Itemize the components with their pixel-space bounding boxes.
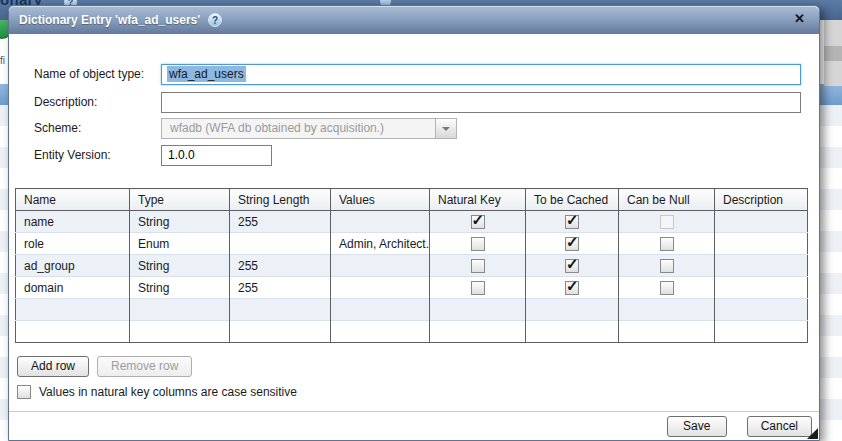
- remove-row-button: Remove row: [97, 356, 192, 377]
- column-header-type: Type: [130, 189, 230, 211]
- cell-values: [331, 211, 430, 233]
- entity-version-label: Entity Version:: [9, 148, 161, 162]
- scheme-selected-value: wfadb (WFA db obtained by acquisition.): [170, 121, 384, 135]
- to-be-cached-checkbox[interactable]: ✓: [565, 259, 579, 273]
- save-button[interactable]: Save: [667, 416, 727, 437]
- cell-type: String: [130, 211, 230, 233]
- attribute-row-ad_group[interactable]: ad_groupString255✓: [16, 255, 808, 277]
- table-buttons: Add row Remove row: [17, 356, 192, 377]
- cell-natural-key: [430, 277, 526, 299]
- cell-string-length: 255: [230, 277, 331, 299]
- cell-to-be-cached: ✓: [526, 277, 619, 299]
- to-be-cached-checkbox[interactable]: ✓: [565, 237, 579, 251]
- cell-string-length: 255: [230, 255, 331, 277]
- cancel-button[interactable]: Cancel: [747, 416, 812, 437]
- attribute-row-domain[interactable]: domainString255✓: [16, 277, 808, 299]
- cell-description: [715, 211, 808, 233]
- form-row-scheme: Scheme: wfadb (WFA db obtained by acquis…: [9, 117, 819, 139]
- name-of-object-type-label: Name of object type:: [9, 67, 161, 81]
- description-input[interactable]: [161, 92, 801, 113]
- column-header-can-be-null: Can be Null: [619, 189, 715, 211]
- help-icon[interactable]: ?: [208, 13, 222, 27]
- dialog-titlebar[interactable]: Dictionary Entry 'wfa_ad_users' ? ✕: [9, 6, 819, 34]
- cell-type: Enum: [130, 233, 230, 255]
- form-row-entity-version: Entity Version:: [9, 144, 819, 166]
- description-label: Description:: [9, 95, 161, 109]
- can-be-null-checkbox[interactable]: [660, 237, 674, 251]
- name-of-object-type-input[interactable]: wfa_ad_users: [161, 64, 801, 85]
- cell-can-be-null: [619, 233, 715, 255]
- chevron-down-icon: [435, 119, 456, 138]
- column-header-description: Description: [715, 189, 808, 211]
- cell-type: String: [130, 277, 230, 299]
- cell-name: domain: [16, 277, 130, 299]
- cell-string-length: [230, 233, 331, 255]
- cell-natural-key: ✓: [430, 211, 526, 233]
- natural-key-checkbox[interactable]: ✓: [471, 215, 485, 229]
- table-header-row: NameTypeString LengthValuesNatural KeyTo…: [16, 189, 808, 211]
- can-be-null-checkbox[interactable]: [660, 259, 674, 273]
- form-row-name: Name of object type: wfa_ad_users: [9, 63, 819, 85]
- column-header-name: Name: [16, 189, 130, 211]
- case-sensitive-row: Values in natural key columns are case s…: [17, 385, 297, 399]
- cell-to-be-cached: ✓: [526, 233, 619, 255]
- cell-to-be-cached: ✓: [526, 255, 619, 277]
- cell-description: [715, 277, 808, 299]
- cell-string-length: 255: [230, 211, 331, 233]
- attribute-row-name[interactable]: nameString255✓✓: [16, 211, 808, 233]
- entity-version-input[interactable]: [161, 145, 272, 166]
- attribute-row-role[interactable]: roleEnumAdmin, Architect...✓: [16, 233, 808, 255]
- cell-name: name: [16, 211, 130, 233]
- attributes-table: NameTypeString LengthValuesNatural KeyTo…: [15, 188, 808, 343]
- cell-values: [331, 255, 430, 277]
- case-sensitive-label: Values in natural key columns are case s…: [39, 385, 297, 399]
- natural-key-checkbox[interactable]: [471, 259, 485, 273]
- natural-key-checkbox[interactable]: [471, 281, 485, 295]
- scheme-label: Scheme:: [9, 121, 161, 135]
- dialog-body: Name of object type: wfa_ad_users Descri…: [9, 34, 819, 441]
- add-row-button[interactable]: Add row: [17, 356, 89, 377]
- empty-row[interactable]: [16, 321, 808, 343]
- cell-can-be-null: [619, 277, 715, 299]
- to-be-cached-checkbox[interactable]: ✓: [565, 215, 579, 229]
- empty-row[interactable]: [16, 299, 808, 321]
- natural-key-checkbox[interactable]: [471, 237, 485, 251]
- name-selected-text: wfa_ad_users: [167, 66, 246, 82]
- close-icon[interactable]: ✕: [794, 12, 805, 26]
- can-be-null-checkbox[interactable]: [660, 281, 674, 295]
- scheme-select: wfadb (WFA db obtained by acquisition.): [161, 118, 457, 139]
- column-header-natural-key: Natural Key: [430, 189, 526, 211]
- background-filter-text: fi: [0, 55, 5, 66]
- cell-description: [715, 255, 808, 277]
- footer-buttons: Save Cancel: [667, 416, 812, 437]
- cell-values: [331, 277, 430, 299]
- case-sensitive-checkbox[interactable]: [17, 385, 31, 399]
- cell-to-be-cached: ✓: [526, 211, 619, 233]
- cell-values: Admin, Architect...: [331, 233, 430, 255]
- cell-type: String: [130, 255, 230, 277]
- cell-natural-key: [430, 233, 526, 255]
- can-be-null-checkbox: [660, 215, 674, 229]
- background-scrollbar-thumb: [824, 46, 842, 61]
- column-header-to-be-cached: To be Cached: [526, 189, 619, 211]
- cell-name: ad_group: [16, 255, 130, 277]
- cell-can-be-null: [619, 211, 715, 233]
- column-header-string-length: String Length: [230, 189, 331, 211]
- resize-grip[interactable]: [807, 428, 818, 439]
- column-header-values: Values: [331, 189, 430, 211]
- cell-can-be-null: [619, 255, 715, 277]
- footer-divider: [9, 411, 819, 412]
- cell-natural-key: [430, 255, 526, 277]
- to-be-cached-checkbox[interactable]: ✓: [565, 281, 579, 295]
- dictionary-entry-dialog: Dictionary Entry 'wfa_ad_users' ? ✕ Name…: [8, 5, 820, 441]
- cell-description: [715, 233, 808, 255]
- cell-name: role: [16, 233, 130, 255]
- dialog-title: Dictionary Entry 'wfa_ad_users': [19, 13, 200, 27]
- form-row-description: Description:: [9, 91, 819, 113]
